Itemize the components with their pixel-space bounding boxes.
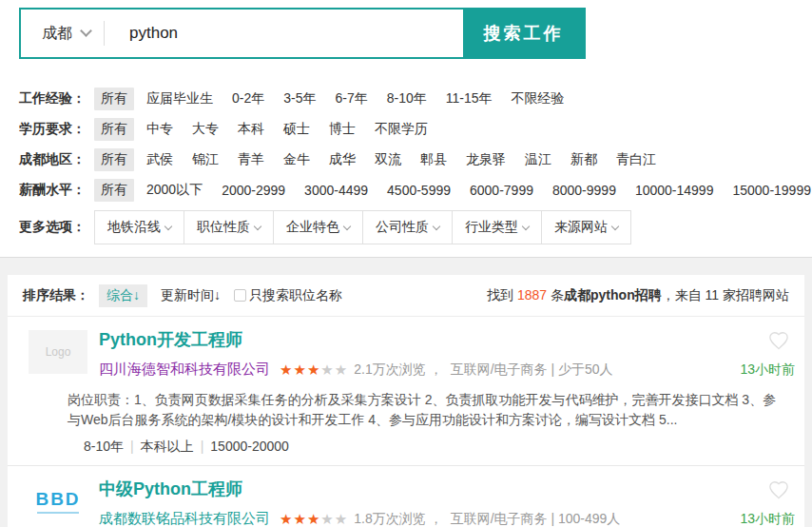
filter-option-education[interactable]: 不限学历 [368, 118, 435, 141]
filters-section: 工作经验：所有应届毕业生0-2年3-5年6-7年8-10年11-15年不限经验学… [19, 84, 812, 244]
filter-option-salary[interactable]: 所有 [94, 179, 134, 202]
results-area: 排序结果： 综合↓ 更新时间↓ 只搜索职位名称 找到 1887 条成都pytho… [0, 275, 812, 527]
result-count-query: 成都python招聘 [564, 287, 662, 303]
star-icon: ★ [293, 511, 306, 527]
filter-option-district[interactable]: 青白江 [609, 148, 663, 171]
filter-option-experience[interactable]: 不限经验 [505, 88, 571, 110]
star-rating: ★★★★★ [280, 361, 348, 379]
job-requirements: 8-10年|本科以上|15000-20000 [84, 439, 797, 456]
filter-option-salary[interactable]: 10000-14999 [628, 180, 721, 201]
filter-option-district[interactable]: 金牛 [277, 148, 317, 171]
city-selector-value: 成都 [42, 24, 72, 44]
more-options-dropdowns: 地铁沿线职位性质企业特色公司性质行业类型来源网站 [94, 210, 631, 244]
filter-option-salary[interactable]: 2000-2999 [215, 180, 292, 201]
industry-size: 互联网/电子商务 | 少于50人 [451, 361, 613, 379]
job-title-link[interactable]: Python开发工程师 [99, 330, 797, 349]
posted-time: 13小时前 [740, 361, 797, 379]
sort-option-update-time[interactable]: 更新时间↓ [161, 287, 221, 304]
dropdown-label: 行业类型 [465, 219, 518, 236]
job-card[interactable]: LogoPython开发工程师四川海德智和科技有限公司★★★★★2.1万次浏览 … [8, 317, 804, 466]
dropdown-3[interactable]: 公司性质 [363, 211, 453, 244]
search-jobs-button[interactable]: 搜索工作 [463, 10, 584, 57]
chevron-down-icon [343, 222, 351, 229]
job-card-main: Python开发工程师四川海德智和科技有限公司★★★★★2.1万次浏览 ，互联网… [99, 330, 797, 379]
company-link[interactable]: 四川海德智和科技有限公司 [99, 361, 270, 379]
filter-option-salary[interactable]: 2000以下 [140, 179, 209, 202]
filter-option-education[interactable]: 中专 [140, 118, 180, 141]
filter-label-experience: 工作经验： [19, 90, 94, 107]
filter-row-district: 成都地区：所有武侯锦江青羊金牛成华双流郫县龙泉驿温江新都青白江 [19, 145, 812, 175]
dropdown-label: 职位性质 [197, 219, 250, 236]
job-card[interactable]: BBD中级Python工程师成都数联铭品科技有限公司★★★★★1.8万次浏览 ，… [8, 466, 804, 527]
dropdown-label: 公司性质 [376, 219, 429, 236]
job-card-header: BBD中级Python工程师成都数联铭品科技有限公司★★★★★1.8万次浏览 ，… [29, 479, 797, 527]
job-meta-row: 四川海德智和科技有限公司★★★★★2.1万次浏览 ，互联网/电子商务 | 少于5… [99, 361, 797, 379]
search-input[interactable] [105, 10, 463, 57]
company-logo: BBD [29, 479, 87, 523]
filter-option-district[interactable]: 郫县 [414, 148, 454, 171]
more-options-label: 更多选项： [19, 219, 94, 236]
filter-option-experience[interactable]: 3-5年 [277, 88, 322, 110]
dropdown-0[interactable]: 地铁沿线 [95, 211, 184, 244]
filter-option-education[interactable]: 博士 [322, 118, 362, 141]
filter-option-salary[interactable]: 4500-5999 [380, 180, 457, 201]
posted-time: 13小时前 [740, 511, 797, 527]
dropdown-1[interactable]: 职位性质 [184, 211, 274, 244]
dropdown-label: 地铁沿线 [107, 219, 161, 236]
filter-option-salary[interactable]: 8000-9999 [546, 180, 623, 201]
filter-option-experience[interactable]: 8-10年 [380, 88, 434, 110]
filter-option-experience[interactable]: 11-15年 [439, 88, 499, 110]
filter-option-education[interactable]: 所有 [94, 118, 134, 141]
filter-option-district[interactable]: 成华 [322, 148, 362, 171]
favorite-heart-icon[interactable] [768, 330, 789, 351]
company-logo-placeholder: Logo [29, 330, 87, 374]
title-only-checkbox[interactable] [234, 289, 246, 302]
star-icon: ★ [307, 361, 320, 378]
filter-option-experience[interactable]: 应届毕业生 [140, 88, 220, 110]
filter-option-district[interactable]: 所有 [94, 148, 134, 171]
title-only-checkbox-label[interactable]: 只搜索职位名称 [249, 287, 342, 304]
star-icon: ★ [280, 511, 293, 527]
chevron-down-icon [80, 25, 92, 37]
favorite-heart-icon[interactable] [768, 479, 789, 500]
dropdown-4[interactable]: 行业类型 [453, 211, 542, 244]
filter-option-experience[interactable]: 6-7年 [328, 88, 374, 110]
filter-option-experience[interactable]: 所有 [94, 88, 134, 110]
tag-separator: | [201, 439, 204, 454]
job-title-link[interactable]: 中级Python工程师 [99, 479, 797, 498]
filter-option-salary[interactable]: 6000-7999 [463, 180, 540, 201]
job-meta-row: 成都数联铭品科技有限公司★★★★★1.8万次浏览 ，互联网/电子商务 | 100… [99, 510, 797, 527]
result-count-number: 1887 [517, 287, 547, 303]
filter-option-experience[interactable]: 0-2年 [225, 88, 271, 110]
view-count: 2.1万次浏览 ， [354, 361, 442, 379]
filter-option-education[interactable]: 硕士 [277, 118, 317, 141]
section-divider [0, 257, 812, 275]
company-link[interactable]: 成都数联铭品科技有限公司 [99, 510, 270, 527]
sort-label: 排序结果： [23, 287, 89, 304]
filter-option-education[interactable]: 大专 [185, 118, 225, 141]
chevron-down-icon [433, 222, 440, 229]
star-icon: ★ [280, 361, 293, 378]
filter-label-district: 成都地区： [19, 151, 94, 168]
dropdown-5[interactable]: 来源网站 [542, 211, 630, 244]
filter-option-district[interactable]: 青羊 [231, 148, 271, 171]
company-logo-text: BBD [35, 489, 80, 510]
filter-row-education: 学历要求：所有中专大专本科硕士博士不限学历 [19, 114, 812, 145]
city-selector[interactable]: 成都 [21, 10, 104, 57]
filter-option-salary[interactable]: 3000-4499 [298, 180, 375, 201]
filter-option-salary[interactable]: 15000-19999 [725, 180, 812, 201]
filter-option-district[interactable]: 新都 [564, 148, 604, 171]
more-options-row: 更多选项： 地铁沿线职位性质企业特色公司性质行业类型来源网站 [19, 210, 812, 244]
filter-option-district[interactable]: 龙泉驿 [459, 148, 512, 171]
job-requirement: 15000-20000 [210, 439, 289, 454]
star-icon: ★ [335, 361, 348, 378]
filter-option-district[interactable]: 锦江 [185, 148, 225, 171]
filter-option-district[interactable]: 双流 [368, 148, 408, 171]
sort-option-comprehensive[interactable]: 综合↓ [99, 284, 147, 307]
sort-bar: 排序结果： 综合↓ 更新时间↓ 只搜索职位名称 找到 1887 条成都pytho… [8, 275, 804, 317]
dropdown-2[interactable]: 企业特色 [274, 211, 363, 244]
filter-option-district[interactable]: 武侯 [140, 148, 180, 171]
filter-option-district[interactable]: 温江 [518, 148, 558, 171]
star-icon: ★ [307, 511, 320, 527]
filter-option-education[interactable]: 本科 [231, 118, 271, 141]
